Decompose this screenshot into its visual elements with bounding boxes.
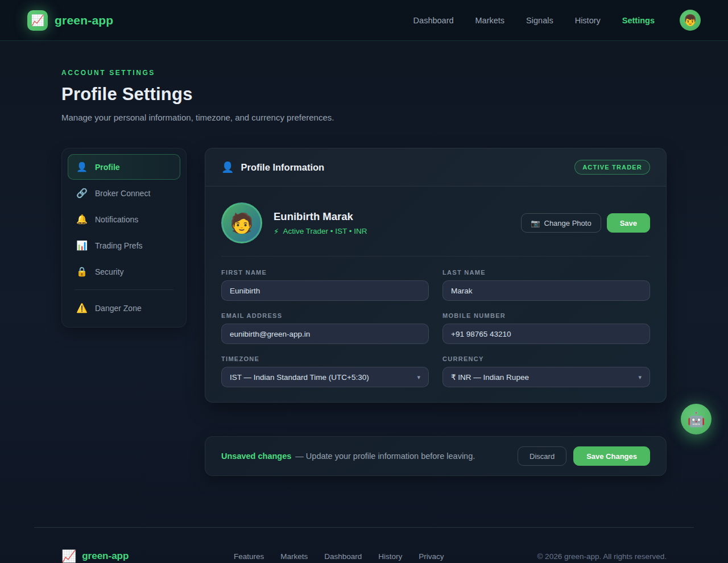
warning-icon: ⚠️ — [76, 303, 88, 313]
footer-link-markets[interactable]: Markets — [280, 552, 308, 561]
nav-markets[interactable]: Markets — [475, 16, 505, 25]
profile-information-card: 👤 Profile Information ACTIVE TRADER 🧑 Eu… — [205, 148, 667, 403]
brand-name: green-app — [55, 14, 113, 27]
footer-copyright: © 2026 green-app. All rights reserved. — [537, 552, 667, 561]
page: 📈 green-app Dashboard Markets Signals Hi… — [0, 0, 728, 563]
nav-dashboard[interactable]: Dashboard — [413, 16, 454, 25]
lock-icon: 🔒 — [76, 266, 88, 277]
card-title: Profile Information — [241, 162, 324, 173]
chevron-down-icon: ▾ — [417, 374, 420, 381]
first-name-label: FIRST NAME — [221, 269, 429, 276]
sidebar-item-profile[interactable]: 👤 Profile — [68, 154, 180, 180]
camera-icon: 📷 — [531, 219, 540, 227]
mobile-input[interactable] — [442, 324, 650, 344]
currency-label: CURRENCY — [442, 355, 650, 362]
currency-select[interactable]: ₹ INR — Indian Rupee ▾ — [442, 367, 650, 387]
footer-link-history[interactable]: History — [378, 552, 402, 561]
nav-history[interactable]: History — [575, 16, 601, 25]
save-button[interactable]: Save — [607, 213, 650, 233]
chart-increasing-icon: 📈 — [61, 549, 76, 563]
sidebar-item-danger-zone[interactable]: ⚠️ Danger Zone — [68, 295, 180, 321]
timezone-label: TIMEZONE — [221, 355, 429, 362]
sidebar-item-trading-prefs[interactable]: 📊 Trading Prefs — [68, 233, 180, 258]
chart-increasing-icon: 📈 — [31, 14, 44, 27]
main-content: ACCOUNT SETTINGS Profile Settings Manage… — [0, 41, 728, 476]
settings-sidebar: 👤 Profile 🔗 Broker Connect 🔔 Notificatio… — [61, 148, 187, 328]
email-input[interactable] — [221, 324, 429, 344]
bar-chart-icon: 📊 — [76, 240, 88, 251]
active-trader-badge: ACTIVE TRADER — [574, 160, 650, 175]
user-avatar[interactable]: 👦 — [680, 10, 701, 31]
footer-link-dashboard[interactable]: Dashboard — [324, 552, 362, 561]
sidebar-divider — [75, 289, 173, 290]
unsaved-message: — Update your profile information before… — [295, 452, 475, 461]
sidebar-item-label: Notifications — [95, 215, 138, 224]
person-icon: 👤 — [221, 161, 234, 173]
footer-brand: 📈 green-app — [61, 549, 234, 563]
last-name-input[interactable] — [442, 280, 650, 301]
email-label: EMAIL ADDRESS — [221, 312, 429, 319]
assistant-fab[interactable]: 🤖 — [681, 404, 712, 434]
unsaved-status: Unsaved changes — [221, 452, 291, 461]
sidebar-item-broker-connect[interactable]: 🔗 Broker Connect — [68, 180, 180, 206]
footer-brand-name: green-app — [82, 550, 129, 562]
page-subtitle: Manage your personal information, timezo… — [61, 113, 667, 122]
sidebar-item-label: Profile — [95, 163, 120, 172]
chevron-down-icon: ▾ — [638, 374, 642, 381]
change-photo-button[interactable]: 📷 Change Photo — [521, 213, 601, 233]
sidebar-item-security[interactable]: 🔒 Security — [68, 259, 180, 284]
timezone-select[interactable]: IST — Indian Standard Time (UTC+5:30) ▾ — [221, 367, 429, 387]
main-nav: Dashboard Markets Signals History Settin… — [413, 16, 655, 25]
sidebar-item-notifications[interactable]: 🔔 Notifications — [68, 206, 180, 232]
sidebar-item-label: Trading Prefs — [95, 241, 143, 250]
last-name-label: LAST NAME — [442, 269, 650, 276]
link-icon: 🔗 — [76, 188, 88, 198]
first-name-input[interactable] — [221, 280, 429, 301]
profile-avatar: 🧑 — [221, 202, 262, 243]
robot-icon: 🤖 — [687, 411, 705, 428]
card-header: 👤 Profile Information ACTIVE TRADER — [205, 148, 666, 187]
footer-links: Features Markets Dashboard History Priva… — [234, 552, 444, 561]
discard-button[interactable]: Discard — [518, 446, 566, 466]
timezone-value: IST — Indian Standard Time (UTC+5:30) — [230, 373, 369, 382]
currency-value: ₹ INR — Indian Rupee — [451, 372, 529, 382]
profile-name: Eunibirth Marak — [274, 210, 367, 223]
page-title: Profile Settings — [61, 84, 667, 105]
change-photo-label: Change Photo — [544, 219, 592, 227]
app-logo: 📈 — [27, 10, 48, 31]
sidebar-item-label: Danger Zone — [95, 304, 142, 313]
sidebar-item-label: Broker Connect — [95, 189, 150, 198]
nav-signals[interactable]: Signals — [526, 16, 553, 25]
save-changes-button[interactable]: Save Changes — [573, 446, 650, 466]
footer-link-privacy[interactable]: Privacy — [419, 552, 444, 561]
profile-meta: ⚡ Active Trader • IST • INR — [274, 227, 367, 236]
person-emoji-icon: 🧑 — [230, 212, 254, 234]
avatar-row: 🧑 Eunibirth Marak ⚡ Active Trader • IST … — [221, 202, 650, 256]
sidebar-item-label: Security — [95, 267, 124, 276]
footer-link-features[interactable]: Features — [234, 552, 264, 561]
unsaved-changes-bar: Unsaved changes — Update your profile in… — [205, 436, 667, 476]
lightning-icon: ⚡ — [274, 227, 279, 236]
mobile-label: MOBILE NUMBER — [442, 312, 650, 319]
bell-icon: 🔔 — [76, 214, 88, 225]
top-navbar: 📈 green-app Dashboard Markets Signals Hi… — [0, 0, 728, 41]
boy-face-icon: 👦 — [684, 14, 697, 27]
section-eyebrow: ACCOUNT SETTINGS — [61, 69, 667, 77]
card-body: 🧑 Eunibirth Marak ⚡ Active Trader • IST … — [205, 187, 666, 402]
profile-meta-text: Active Trader • IST • INR — [283, 227, 367, 235]
nav-settings[interactable]: Settings — [622, 16, 655, 25]
person-icon: 👤 — [76, 162, 88, 172]
footer: 📈 green-app Features Markets Dashboard H… — [0, 527, 728, 563]
profile-form: FIRST NAME LAST NAME EMAIL ADDRESS — [221, 269, 650, 387]
